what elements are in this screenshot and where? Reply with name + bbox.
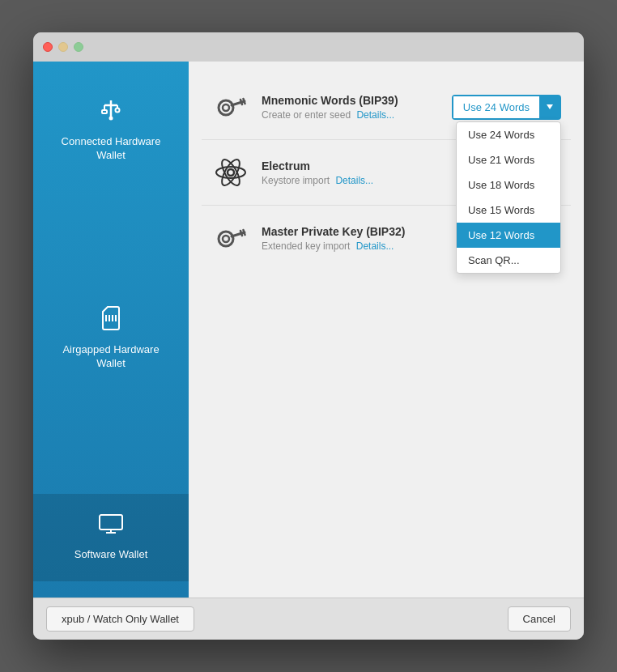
svg-point-24 — [223, 236, 229, 242]
svg-rect-11 — [100, 515, 122, 530]
xpub-watch-only-button[interactable]: xpub / Watch Only Wallet — [46, 606, 194, 632]
mnemonic-details-link[interactable]: Details... — [356, 109, 394, 121]
electrum-details-link[interactable]: Details... — [335, 175, 373, 186]
mnemonic-title: Mnemonic Words (BIP39) — [262, 94, 452, 107]
titlebar — [33, 32, 584, 62]
sidebar-item-airgapped-label: Airgapped HardwareWallet — [62, 343, 159, 371]
master-private-key-info: Master Private Key (BIP32) Extended key … — [262, 225, 484, 252]
traffic-lights — [43, 42, 83, 52]
mnemonic-info: Mnemonic Words (BIP39) Create or enter s… — [262, 94, 452, 121]
dropdown-item-15words[interactable]: Use 15 Words — [457, 198, 560, 223]
usb-icon — [98, 97, 124, 129]
main-area: Mnemonic Words (BIP39) Create or enter s… — [189, 62, 584, 598]
svg-point-19 — [228, 169, 234, 176]
main-window: Connected Hardware Wallet Airgapped Hard… — [33, 32, 584, 640]
key-icon — [211, 87, 250, 126]
sidebar-item-connected-label: Connected Hardware Wallet — [46, 135, 176, 163]
close-button[interactable] — [43, 42, 53, 52]
svg-point-5 — [116, 108, 120, 113]
svg-point-15 — [223, 104, 229, 111]
svg-line-18 — [244, 99, 245, 104]
chevron-down-icon — [547, 104, 553, 109]
master-private-key-details-link[interactable]: Details... — [356, 240, 394, 252]
words-dropdown-toggle[interactable] — [540, 96, 560, 118]
svg-rect-3 — [102, 110, 107, 113]
electrum-icon — [211, 153, 250, 192]
content-area: Connected Hardware Wallet Airgapped Hard… — [33, 62, 584, 598]
master-private-key-subtitle: Extended key import Details... — [262, 240, 484, 252]
master-key-icon — [211, 219, 250, 257]
svg-point-6 — [109, 117, 113, 121]
sidebar-item-airgapped-hardware[interactable]: Airgapped HardwareWallet — [33, 286, 189, 390]
sidebar-item-connected-hardware[interactable]: Connected Hardware Wallet — [33, 78, 189, 182]
monitor-icon — [98, 513, 124, 542]
svg-point-23 — [219, 232, 233, 246]
mnemonic-subtitle: Create or enter seed Details... — [262, 109, 452, 121]
sidebar-item-software-wallet[interactable]: Software Wallet — [33, 494, 189, 581]
sidebar: Connected Hardware Wallet Airgapped Hard… — [33, 62, 189, 598]
dropdown-item-12words[interactable]: Use 12 Words — [457, 223, 560, 248]
svg-line-26 — [240, 231, 242, 236]
minimize-button[interactable] — [58, 42, 68, 52]
svg-point-14 — [219, 100, 233, 115]
mnemonic-option-row: Mnemonic Words (BIP39) Create or enter s… — [202, 74, 571, 140]
maximize-button[interactable] — [74, 42, 83, 52]
svg-line-27 — [244, 230, 245, 235]
wallet-options-list: Mnemonic Words (BIP39) Create or enter s… — [189, 62, 584, 598]
use-24-words-button[interactable]: Use 24 Words — [453, 96, 540, 118]
svg-line-17 — [240, 100, 242, 104]
words-dropdown-menu: Use 24 Words Use 21 Words Use 18 Words U… — [456, 121, 561, 274]
master-private-key-title: Master Private Key (BIP32) — [262, 225, 484, 238]
dropdown-item-scanqr[interactable]: Scan QR... — [457, 248, 560, 273]
cancel-button[interactable]: Cancel — [508, 606, 571, 632]
sidebar-item-software-label: Software Wallet — [74, 548, 148, 562]
footer: xpub / Watch Only Wallet Cancel — [33, 598, 584, 640]
sd-icon — [100, 305, 122, 337]
dropdown-item-24words[interactable]: Use 24 Words — [457, 122, 560, 147]
use-words-split-button: Use 24 Words — [452, 95, 561, 120]
dropdown-item-18words[interactable]: Use 18 Words — [457, 172, 560, 198]
dropdown-item-21words[interactable]: Use 21 Words — [457, 147, 560, 172]
mnemonic-action: Use 24 Words Use 24 Words Use 21 Words U… — [452, 95, 561, 120]
